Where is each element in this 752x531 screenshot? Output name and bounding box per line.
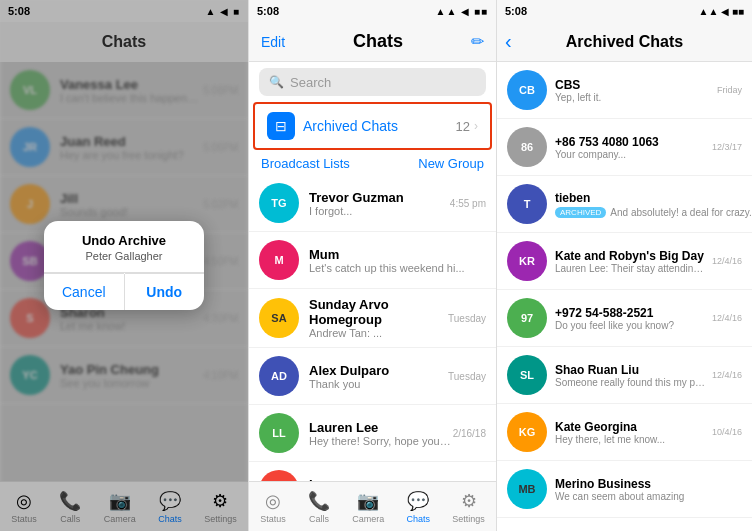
chat-body: Lauren Lee Hey there! Sorry, hope you wi… [309,420,453,447]
avatar: CB [507,70,547,110]
camera-icon: 📷 [357,490,379,512]
list-item[interactable]: 97 +972 54-588-2521 Do you feel like you… [497,290,752,347]
broadcast-lists-button[interactable]: Broadcast Lists [261,156,350,171]
chat-body: Merino Business We can seem about amazin… [555,477,738,502]
compose-icon[interactable]: ✏ [471,32,484,51]
settings-label: Settings [452,514,485,524]
list-item[interactable]: AD Alex Dulparo Thank you Tuesday [249,348,496,405]
avatar: KR [507,241,547,281]
tab-settings[interactable]: ⚙ Settings [452,490,485,524]
p2-actions-row: Broadcast Lists New Group [249,150,496,175]
avatar: I [259,470,299,481]
p2-edit-button[interactable]: Edit [261,34,285,50]
avatar: M [259,240,299,280]
swiped-chat-row: T tieben ARCHIVED And absolutely! a deal… [497,176,752,233]
avatar: 97 [507,298,547,338]
modal-undo-button[interactable]: Undo [125,273,205,310]
list-item[interactable]: LL Lauren Lee Hey there! Sorry, hope you… [249,405,496,462]
status-label: Status [260,514,286,524]
back-button[interactable]: ‹ [505,30,512,53]
camera-label: Camera [352,514,384,524]
calls-icon: 📞 [308,490,330,512]
chat-body: Sunday Arvo Homegroup Andrew Tan: ... [309,297,448,339]
p2-nav: Edit Chats ✏ [249,22,496,62]
search-placeholder: Search [290,75,331,90]
list-item[interactable]: MB Merino Business We can seem about ama… [497,461,752,518]
search-icon: 🔍 [269,75,284,89]
archived-chats-label: Archived Chats [303,118,456,134]
p3-archived-list: CB CBS Yep, left it. Friday 86 +86 753 4… [497,62,752,531]
archived-count: 12 [456,119,470,134]
status-icon: ◎ [265,490,281,512]
avatar: AD [259,356,299,396]
avatar: LL [259,413,299,453]
archived-badge: ARCHIVED [555,207,606,218]
avatar: TG [259,183,299,223]
list-item[interactable]: TG Trevor Guzman I forgot... 4:55 pm [249,175,496,232]
p3-status-icons: ▲▲ ◀ ■■ [699,6,744,17]
avatar: SL [507,355,547,395]
modal-overlay: Undo Archive Peter Gallagher Cancel Undo [0,0,248,531]
chat-body: Kate and Robyn's Big Day Lauren Lee: The… [555,249,708,274]
avatar: T [507,184,547,224]
list-item[interactable]: 86 +86 753 4080 1063 Your company... 12/… [497,119,752,176]
list-item[interactable]: CB CBS Yep, left it. Friday [497,62,752,119]
p2-status-icons: ▲▲ ◀ ■■ [436,6,488,17]
p2-chat-list: TG Trevor Guzman I forgot... 4:55 pm M M… [249,175,496,481]
tab-camera[interactable]: 📷 Camera [352,490,384,524]
panel3-archived: 5:08 ▲▲ ◀ ■■ ‹ Archived Chats CB CBS Yep… [496,0,752,531]
p2-chats-title: Chats [353,31,403,52]
list-item[interactable]: SA Sunday Arvo Homegroup Andrew Tan: ...… [249,289,496,348]
p2-status-bar: 5:08 ▲▲ ◀ ■■ [249,0,496,22]
swiped-content[interactable]: T tieben ARCHIVED And absolutely! a deal… [497,176,752,232]
chat-body: +86 753 4080 1063 Your company... [555,135,708,160]
list-item[interactable]: I Ira Danner Yamada: I'm staying... [249,462,496,481]
modal-title: Undo Archive [44,221,204,250]
new-group-button[interactable]: New Group [418,156,484,171]
avatar: MB [507,469,547,509]
tab-status[interactable]: ◎ Status [260,490,286,524]
chat-body: Alex Dulparo Thank you [309,363,448,390]
search-bar[interactable]: 🔍 Search [259,68,486,96]
chat-body: tieben ARCHIVED And absolutely! a deal f… [555,191,752,218]
chat-body: Shao Ruan Liu Someone really found this … [555,363,708,388]
p3-nav: ‹ Archived Chats [497,22,752,62]
modal-cancel-button[interactable]: Cancel [44,273,124,310]
tab-chats[interactable]: 💬 Chats [407,490,431,524]
calls-label: Calls [309,514,329,524]
chats-label: Chats [407,514,431,524]
avatar: KG [507,412,547,452]
archived-icon: ⊟ [267,112,295,140]
settings-icon: ⚙ [461,490,477,512]
panel1-chats: 5:08 ▲ ◀ ■ Chats VL Vanessa Lee I can't … [0,0,248,531]
p3-time: 5:08 [505,5,527,17]
archive-glyph: ⊟ [275,118,287,134]
list-item[interactable]: SL Shao Ruan Liu Someone really found th… [497,347,752,404]
avatar: 86 [507,127,547,167]
chat-body: Mum Let's catch up this weekend hi... [309,247,486,274]
modal-buttons: Cancel Undo [44,273,204,310]
undo-archive-modal: Undo Archive Peter Gallagher Cancel Undo [44,221,204,310]
list-item[interactable]: KG Kate Georgina Hey there, let me know.… [497,404,752,461]
p2-time: 5:08 [257,5,279,17]
archived-chevron-icon: › [474,119,478,133]
chat-body: Trevor Guzman I forgot... [309,190,450,217]
avatar: SA [259,298,299,338]
list-item[interactable]: KR Kate and Robyn's Big Day Lauren Lee: … [497,233,752,290]
swiped-chat-name: tieben [555,191,752,205]
list-item[interactable]: M Mum Let's catch up this weekend hi... [249,232,496,289]
chat-body: Kate Georgina Hey there, let me know... [555,420,708,445]
p2-tab-bar: ◎ Status 📞 Calls 📷 Camera 💬 Chats ⚙ Sett… [249,481,496,531]
chat-body: +972 54-588-2521 Do you feel like you kn… [555,306,708,331]
modal-subtitle: Peter Gallagher [44,250,204,272]
panel2-chats: 5:08 ▲▲ ◀ ■■ Edit Chats ✏ 🔍 Search ⊟ Arc… [248,0,496,531]
swiped-preview: And absolutely! a deal for crazy... [610,207,752,218]
tab-calls[interactable]: 📞 Calls [308,490,330,524]
chats-icon: 💬 [407,490,429,512]
page-title: Archived Chats [566,33,683,51]
archived-chats-row[interactable]: ⊟ Archived Chats 12 › [253,102,492,150]
chat-body: CBS Yep, left it. [555,78,713,103]
p3-status-bar: 5:08 ▲▲ ◀ ■■ [497,0,752,22]
